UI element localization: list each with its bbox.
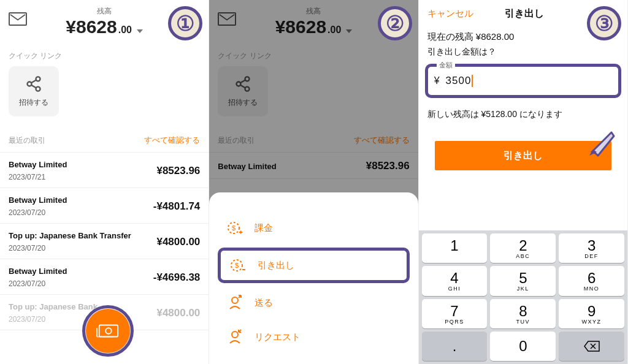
svg-point-0 [36, 77, 40, 81]
transaction-row[interactable]: Betway Limited2023/07/20 -¥4696.38 [0, 259, 209, 295]
balance-amount: ¥8628.00 [66, 17, 143, 37]
transaction-amount: ¥8523.96 [156, 165, 200, 177]
key-1[interactable]: 1 [422, 233, 488, 263]
screen-3-withdraw: ③ キャンセル 引き出し 現在の残高 ¥8628.00 引き出し金額は？ 金額 … [419, 0, 628, 364]
sheet-item-withdraw[interactable]: $ 引き出し [218, 248, 409, 283]
chevron-down-icon[interactable] [137, 29, 143, 33]
cancel-button[interactable]: キャンセル [427, 8, 473, 20]
sheet-item-label: リクエスト [255, 332, 301, 343]
new-balance-text: 新しい残高は ¥5128.00 になります [419, 98, 627, 131]
transaction-row[interactable]: Betway Limited2023/07/20 -¥4801.74 [0, 188, 209, 224]
svg-text:$: $ [232, 224, 236, 232]
money-fab-button[interactable] [86, 309, 130, 353]
balance-label: 残高 [27, 6, 182, 17]
svg-line-3 [31, 80, 36, 83]
key-backspace[interactable] [559, 332, 624, 361]
see-all-link[interactable]: すべて確認する [144, 135, 200, 146]
pointer-arrow-icon [587, 129, 616, 158]
key-8[interactable]: 8TUV [490, 299, 556, 328]
recent-label: 最近の取引 [9, 135, 45, 146]
transaction-amount: ¥4800.00 [156, 307, 200, 319]
text-cursor [472, 75, 473, 87]
key-6[interactable]: 6MNO [559, 266, 624, 295]
key-0[interactable]: 0 [490, 332, 556, 361]
sheet-item-send[interactable]: 送る [209, 286, 418, 320]
transaction-row[interactable]: Top up: Japanese Bank Transfer2023/07/20… [0, 224, 209, 259]
share-icon [25, 75, 42, 93]
sheet-item-request[interactable]: リクエスト [209, 320, 418, 354]
key-4[interactable]: 4GHI [422, 266, 488, 295]
step-badge-3: ③ [587, 6, 621, 40]
balance-display[interactable]: 残高 ¥8628.00 [27, 6, 182, 37]
invite-label: 招待する [19, 97, 48, 108]
screen-2-action-sheet: ② 残高 ¥8628.00 クイック リンク 招待する 最近の取引 すべて確認す… [209, 0, 418, 364]
svg-point-2 [36, 86, 40, 91]
key-3[interactable]: 3DEF [559, 233, 624, 263]
withdraw-button[interactable]: 引き出し [435, 141, 611, 170]
step-badge-1: ① [168, 6, 202, 40]
sheet-item-charge[interactable]: $ 課金 [209, 211, 418, 245]
charge-icon: $ [226, 219, 243, 237]
step-badge-2: ② [378, 6, 412, 40]
transaction-amount: -¥4801.74 [153, 200, 201, 213]
quick-link-label: クイック リンク [0, 37, 209, 66]
svg-text:$: $ [235, 262, 239, 269]
mail-icon[interactable] [9, 12, 27, 26]
backspace-icon [583, 340, 600, 352]
withdraw-icon: $ [229, 257, 247, 274]
transaction-amount: ¥4800.00 [156, 236, 200, 248]
svg-point-21 [232, 297, 238, 303]
sheet-item-label: 課金 [255, 222, 273, 234]
transaction-amount: -¥4696.38 [153, 271, 201, 284]
action-sheet: $ 課金 $ 引き出し 送る リクエスト [209, 192, 418, 364]
send-icon [226, 294, 243, 311]
sheet-item-label: 送る [255, 297, 273, 309]
amount-field-label: 金額 [437, 61, 455, 70]
amount-value: 3500 [446, 75, 472, 87]
highlight-ring [82, 305, 134, 357]
key-dot[interactable]: . [422, 332, 488, 361]
request-icon [226, 328, 243, 346]
key-9[interactable]: 9WXYZ [559, 299, 624, 328]
recent-transactions-header: 最近の取引 すべて確認する [0, 129, 209, 153]
svg-point-22 [232, 332, 238, 338]
key-5[interactable]: 5JKL [490, 266, 556, 295]
transaction-row[interactable]: Betway Limited2023/07/21 ¥8523.96 [0, 153, 209, 188]
page-title: 引き出し [505, 7, 544, 20]
key-2[interactable]: 2ABC [490, 233, 556, 263]
key-7[interactable]: 7PQRS [422, 299, 488, 328]
numeric-keypad: 1 2ABC 3DEF 4GHI 5JKL 6MNO 7PQRS 8TUV 9W… [419, 230, 627, 364]
sheet-item-label: 引き出し [258, 260, 294, 271]
currency-symbol: ¥ [434, 75, 440, 86]
svg-point-1 [28, 82, 32, 86]
invite-button[interactable]: 招待する [9, 66, 59, 116]
svg-line-4 [31, 85, 36, 88]
screen-1-wallet: ① 残高 ¥8628.00 クイック リンク 招待する 最近の取引 すべて確認す… [0, 0, 209, 364]
amount-input[interactable]: 金額 ¥ 3500 [425, 64, 621, 98]
